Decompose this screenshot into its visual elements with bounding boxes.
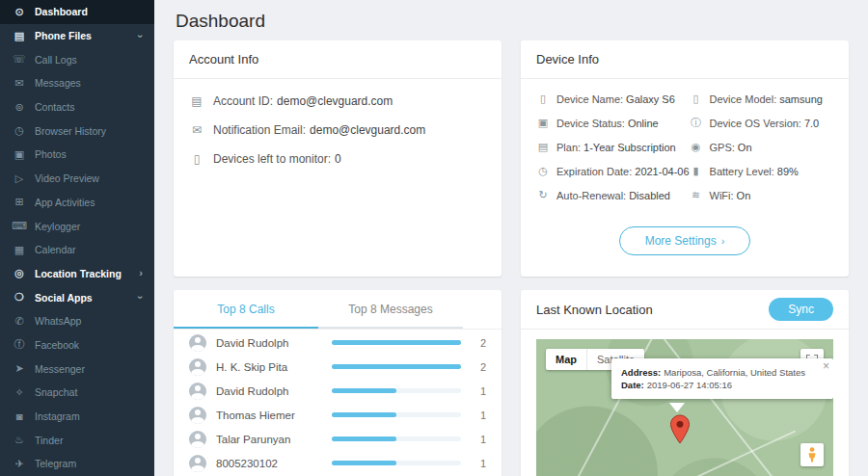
- sidebar-item-calendar[interactable]: ▦ Calendar: [0, 238, 154, 262]
- sidebar-item-photos[interactable]: ▣ Photos: [0, 143, 154, 167]
- sidebar-item-app-activities[interactable]: ⊞ App Activities: [0, 191, 154, 215]
- map[interactable]: Map Satellite × Address:Mariposa, Califo…: [536, 339, 833, 476]
- notification-email-label: Notification Email:: [213, 123, 306, 137]
- messenger-icon: ➤: [12, 362, 27, 375]
- pegman-icon: [806, 447, 818, 463]
- tab-top-calls[interactable]: Top 8 Calls: [174, 290, 318, 329]
- plan-value: 1-Year Subscription: [583, 142, 676, 153]
- sidebar-item-label: Facebook: [35, 339, 79, 351]
- sidebar-item-label: Messenger: [35, 363, 85, 375]
- call-bar: [332, 461, 461, 465]
- close-icon[interactable]: ×: [823, 359, 829, 373]
- instagram-icon: ◙: [12, 410, 27, 422]
- sidebar-item-label: Snapchat: [35, 386, 77, 398]
- call-logs-icon: ☏: [12, 53, 27, 66]
- contact-name: Talar Parunyan: [216, 434, 332, 445]
- map-view-button[interactable]: Map: [546, 349, 586, 370]
- battery-icon: ▮: [690, 165, 703, 177]
- date-value: 2019-06-27 14:05:16: [647, 380, 732, 390]
- device-info-rows: ▯ Device Name: Galaxy S6 ▣ Device Status…: [521, 79, 849, 207]
- wifi-value: On: [737, 190, 751, 201]
- wifi-icon: ≋: [690, 189, 703, 201]
- sidebar-item-label: Calendar: [35, 244, 76, 255]
- device-name-value: Galaxy S6: [626, 93, 675, 105]
- location-card-header: Last Known Location Sync: [521, 290, 849, 330]
- chevron-down-icon: ›: [136, 296, 147, 300]
- sidebar-item-label: Photos: [35, 148, 67, 160]
- sidebar-item-call-logs[interactable]: ☏ Call Logs: [0, 47, 154, 71]
- battery-label: Battery Level:: [710, 166, 774, 177]
- device-status-row: ▣ Device Status: Online: [536, 111, 690, 135]
- call-count: 1: [473, 410, 486, 421]
- more-settings-button[interactable]: More Settings ›: [619, 226, 751, 255]
- list-item: H. K. Skip Pita 2: [174, 355, 502, 379]
- sidebar-item-video-preview[interactable]: ▷ Video Preview: [0, 167, 154, 191]
- calendar-icon: ▦: [12, 244, 27, 256]
- sync-button[interactable]: Sync: [769, 298, 833, 321]
- map-marker-icon[interactable]: [669, 414, 691, 449]
- page-title: Dashboard: [174, 0, 849, 40]
- call-bar-fill: [332, 436, 396, 441]
- tab-top-messages[interactable]: Top 8 Messages: [318, 290, 463, 329]
- sidebar-item-label: Contacts: [35, 101, 74, 113]
- device-info-card: Device Info ▯ Device Name: Galaxy S6 ▣ D…: [521, 40, 849, 277]
- address-value: Mariposa, California, United States: [664, 367, 805, 378]
- account-id-row: ▤ Account ID: demo@clevguard.com: [174, 87, 502, 116]
- expiration-value: 2021-04-06: [635, 166, 689, 177]
- video-preview-icon: ▷: [12, 172, 27, 185]
- address-line: Address:Mariposa, California, United Sta…: [621, 367, 816, 378]
- wifi-label: WiFi:: [710, 190, 734, 201]
- dashboard-grid: Account Info ▤ Account ID: demo@clevguar…: [174, 40, 849, 476]
- auto-renewal-label: Auto-Renewal:: [556, 190, 626, 201]
- call-count: 1: [473, 385, 486, 397]
- keylogger-icon: ⌨: [12, 220, 27, 232]
- chevron-right-icon: ›: [139, 268, 143, 278]
- notification-email-value: demo@clevguard.com: [310, 123, 425, 137]
- contact-name: David Rudolph: [216, 337, 332, 349]
- sidebar-item-phone-files[interactable]: ▤ Phone Files ›: [0, 24, 154, 48]
- date-line: Date:2019-06-27 14:05:16: [621, 380, 816, 390]
- auto-renewal-row: ↻ Auto-Renewal: Disabled: [536, 183, 690, 207]
- sidebar-item-instagram[interactable]: ◙ Instagram: [0, 405, 154, 429]
- plan-icon: ▤: [536, 141, 550, 153]
- account-id-value: demo@clevguard.com: [277, 94, 393, 108]
- gps-label: GPS:: [710, 142, 735, 153]
- sidebar-item-label: Call Logs: [35, 54, 77, 66]
- sidebar-item-messages[interactable]: ✉ Messages: [0, 71, 154, 95]
- account-info-rows: ▤ Account ID: demo@clevguard.com ✉ Notif…: [174, 79, 502, 181]
- os-version-value: 7.0: [804, 118, 819, 129]
- plan-row: ▤ Plan: 1-Year Subscription: [536, 135, 690, 159]
- sidebar-item-tinder[interactable]: ♨ Tinder: [0, 428, 154, 452]
- more-settings-wrap: More Settings ›: [521, 207, 849, 275]
- sidebar-item-browser-history[interactable]: ◷ Browser History: [0, 119, 154, 143]
- call-bar: [332, 340, 461, 345]
- sidebar: ⊙ Dashboard ▤ Phone Files › ☏ Call Logs …: [0, 0, 154, 476]
- messages-icon: ✉: [12, 77, 27, 90]
- sidebar-item-telegram[interactable]: ✈ Telegram: [0, 452, 154, 476]
- sidebar-item-label: Messages: [35, 77, 81, 89]
- sidebar-item-location-tracking[interactable]: ◎ Location Tracking ›: [0, 262, 154, 286]
- sidebar-item-messenger[interactable]: ➤ Messenger: [0, 357, 154, 381]
- sidebar-item-social-apps[interactable]: ❍ Social Apps ›: [0, 285, 154, 309]
- sidebar-item-contacts[interactable]: ⊚ Contacts: [0, 95, 154, 119]
- contact-avatar: [189, 431, 206, 448]
- sidebar-item-keylogger[interactable]: ⌨ Keylogger: [0, 214, 154, 238]
- pegman-button[interactable]: [800, 443, 824, 466]
- sidebar-item-label: Telegram: [35, 458, 76, 469]
- whatsapp-icon: ✆: [12, 315, 27, 328]
- battery-row: ▮ Battery Level: 89%: [690, 159, 841, 183]
- sidebar-item-label: App Activities: [35, 197, 95, 208]
- os-version-label: Device OS Version:: [710, 118, 801, 129]
- sidebar-item-label: Phone Files: [35, 30, 92, 41]
- sidebar-item-snapchat[interactable]: ✧ Snapchat: [0, 381, 154, 405]
- sidebar-item-dashboard[interactable]: ⊙ Dashboard: [0, 0, 154, 24]
- dashboard-icon: ⊙: [12, 6, 27, 18]
- sidebar-item-facebook[interactable]: ⓕ Facebook: [0, 333, 154, 357]
- date-label: Date:: [621, 380, 644, 390]
- device-info-title: Device Info: [521, 40, 849, 79]
- sidebar-item-whatsapp[interactable]: ✆ WhatsApp: [0, 309, 154, 333]
- device-status-value: Online: [628, 118, 659, 129]
- contact-name: 8005230102: [216, 458, 332, 469]
- devices-left-row: ▯ Devices left to monitor: 0: [174, 145, 502, 173]
- account-info-card: Account Info ▤ Account ID: demo@clevguar…: [174, 40, 502, 277]
